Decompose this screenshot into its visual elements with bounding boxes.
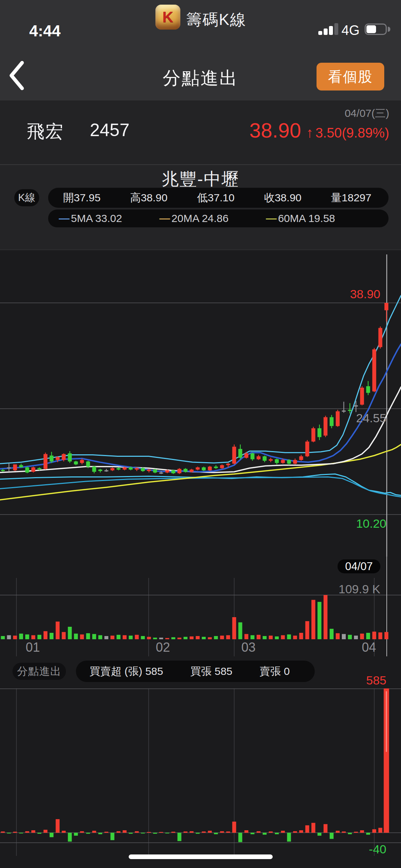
ma60-legend: —60MA 19.58	[266, 212, 335, 224]
ma20-dash-icon: —	[159, 212, 170, 224]
price-gridline-label-high: 38.90	[350, 287, 380, 301]
status-time: 4:44	[29, 22, 61, 40]
network-type-label: 4G	[341, 23, 360, 38]
ohlc-bar: 開37.95 高38.90 低37.10 收38.90 量18297	[48, 188, 389, 208]
home-indicator[interactable]	[129, 854, 273, 859]
flow-summary-bar: 買賣超 (張) 585 買張 585 賣張 0	[76, 661, 315, 682]
selected-date-badge: 04/07	[338, 559, 380, 573]
chart-header: 兆豐-中壢 K線 開37.95 高38.90 低37.10 收38.90 量18…	[0, 164, 401, 249]
stock-info-panel: 04/07(三) 飛宏 2457 38.90 ↑ 3.50(9.89%)	[0, 100, 401, 164]
net-buy-value: 買賣超 (張) 585	[89, 664, 163, 679]
app-icon-letter: K	[163, 9, 173, 26]
month-axis: 01020304	[0, 640, 401, 654]
app-screen: K 籌碼K線 4:44 4G 分點進出 看個股 04/07(三) 飛宏 2457…	[0, 0, 401, 868]
low-value: 低37.10	[197, 191, 235, 205]
last-price: 38.90	[250, 118, 301, 142]
flow-section-header: 分點進出 買賣超 (張) 585 買張 585 賣張 0	[0, 660, 401, 688]
ma5-dash-icon: —	[59, 212, 70, 224]
high-value: 高38.90	[130, 191, 168, 205]
chart-zone: 38.90 24.55 10.20 04/07 109.9 K 01020304…	[0, 249, 401, 868]
view-stock-button[interactable]: 看個股	[317, 63, 384, 91]
price-gridline-label-low: 10.20	[356, 517, 386, 531]
ma60-dash-icon: —	[266, 212, 277, 224]
month-label: 03	[241, 640, 256, 655]
price-block: 38.90 ↑ 3.50(9.89%)	[250, 118, 389, 142]
price-gridline-label-mid: 24.55	[356, 411, 386, 425]
signal-strength-icon	[318, 23, 339, 35]
volume-max-label: 109.9 K	[339, 582, 380, 596]
app-icon[interactable]: K	[155, 5, 180, 30]
up-arrow-icon: ↑	[306, 125, 313, 141]
stock-name[interactable]: 飛宏	[27, 120, 64, 144]
price-change: 3.50(9.89%)	[315, 125, 389, 141]
flow-tab[interactable]: 分點進出	[12, 663, 66, 680]
flow-min-label: -40	[369, 842, 386, 856]
open-value: 開37.95	[63, 191, 101, 205]
ma20-legend: —20MA 24.86	[159, 212, 228, 224]
net-buy-chart[interactable]	[0, 688, 401, 856]
buy-value: 買張 585	[190, 664, 232, 679]
flow-max-label: 585	[366, 673, 386, 687]
volume-value: 量18297	[331, 191, 371, 205]
top-chrome: K 籌碼K線 4:44 4G 分點進出 看個股	[0, 0, 401, 100]
sell-value: 賣張 0	[259, 664, 290, 679]
month-label: 01	[26, 640, 40, 655]
app-title: 籌碼K線	[186, 9, 246, 30]
kline-tab[interactable]: K線	[14, 189, 39, 206]
candlestick-chart[interactable]	[0, 250, 401, 557]
month-label: 02	[156, 640, 170, 655]
battery-icon	[365, 24, 391, 35]
branch-title: 兆豐-中壢	[0, 168, 401, 191]
ma-legend-bar: —5MA 33.02 —20MA 24.86 —60MA 19.58	[48, 210, 389, 227]
stock-code: 2457	[90, 120, 129, 140]
close-value: 收38.90	[264, 191, 302, 205]
month-label: 04	[362, 640, 376, 655]
ma5-legend: —5MA 33.02	[59, 212, 122, 224]
